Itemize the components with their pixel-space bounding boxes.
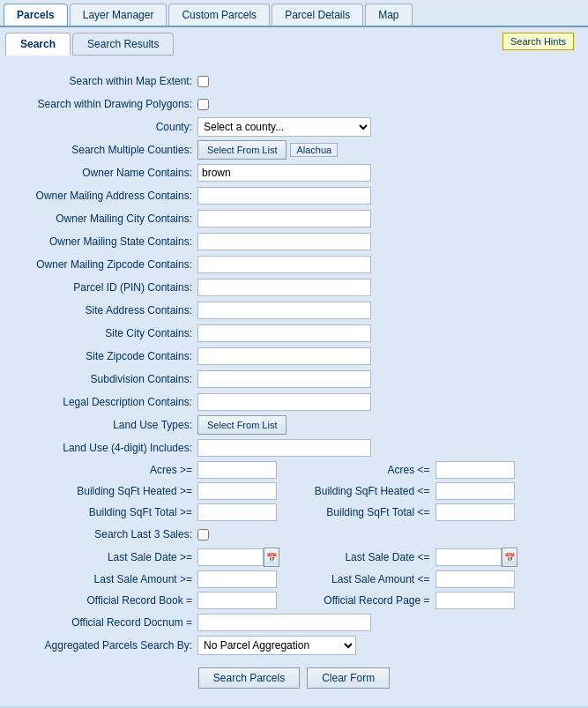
last-sale-amount-gte-label: Last Sale Amount >= [12,573,197,585]
bldg-heated-gte-input[interactable] [197,482,277,500]
search-multiple-counties-row: Search Multiple Counties: Select From Li… [12,140,576,160]
legal-description-label: Legal Description Contains: [12,396,197,408]
tab-parcel-details[interactable]: Parcel Details [272,4,363,26]
official-record-page-col: Official Record Page = [294,592,577,609]
bldg-total-lte-input[interactable] [435,503,515,521]
aggregated-parcels-label: Aggregated Parcels Search By: [12,639,197,652]
building-sqft-total-row: Building SqFt Total >= Building SqFt Tot… [12,503,576,521]
bldg-heated-lte-col: Building SqFt Heated <= [294,482,577,500]
land-use-4digit-row: Land Use (4-digit) Includes: [12,438,576,458]
subdivision-label: Subdivision Contains: [12,373,197,385]
search-last-3-sales-label: Search Last 3 Sales: [12,528,197,540]
search-form: Search within Map Extent: Search within … [5,68,583,697]
search-hints-button[interactable]: Search Hints [502,33,574,50]
parcel-id-input[interactable] [197,279,371,296]
top-tab-bar: Parcels Layer Manager Custom Parcels Par… [0,0,588,27]
bldg-heated-lte-input[interactable] [435,482,515,500]
bldg-total-gte-input[interactable] [197,503,277,521]
search-within-map-extent-row: Search within Map Extent: [12,71,576,91]
search-map-extent-label: Search within Map Extent: [12,75,197,87]
official-record-book-col: Official Record Book = [12,592,294,609]
acres-gte-input[interactable] [197,461,277,479]
bldg-total-gte-col: Building SqFt Total >= [12,503,294,521]
official-record-page-input[interactable] [435,592,515,609]
tab-custom-parcels[interactable]: Custom Parcels [168,4,270,26]
legal-description-input[interactable] [197,393,371,411]
last-sale-date-lte-input[interactable] [435,548,502,566]
bldg-heated-lte-label: Building SqFt Heated <= [294,485,435,497]
owner-mailing-state-row: Owner Mailing State Contains: [12,232,576,251]
tab-parcels[interactable]: Parcels [4,4,68,26]
owner-mailing-address-label: Owner Mailing Address Contains: [12,190,197,202]
legal-description-row: Legal Description Contains: [12,392,576,412]
site-zipcode-row: Site Zipcode Contains: [12,347,576,366]
official-record-book-input[interactable] [197,592,277,609]
owner-mailing-city-label: Owner Mailing City Contains: [12,212,197,225]
bldg-total-gte-label: Building SqFt Total >= [12,506,197,518]
tab-layer-manager[interactable]: Layer Manager [70,4,167,26]
aggregated-parcels-select[interactable]: No Parcel Aggregation Owner Name Subdivi… [197,636,356,655]
clear-form-button[interactable]: Clear Form [307,667,390,689]
building-sqft-heated-row: Building SqFt Heated >= Building SqFt He… [12,482,576,500]
acres-gte-col: Acres >= [12,461,294,479]
site-address-input[interactable] [197,302,371,319]
site-address-row: Site Address Contains: [12,301,576,320]
search-drawing-polygons-checkbox[interactable] [197,99,209,110]
bldg-heated-gte-label: Building SqFt Heated >= [12,485,197,497]
aggregated-parcels-row: Aggregated Parcels Search By: No Parcel … [12,636,576,655]
parcel-id-label: Parcel ID (PIN) Contains: [12,281,197,294]
select-from-list-counties-button[interactable]: Select From List [197,140,287,160]
site-address-label: Site Address Contains: [12,304,197,317]
last-sale-date-gte-input[interactable] [197,548,264,566]
sub-tab-search[interactable]: Search [5,33,71,56]
acres-lte-input[interactable] [435,461,515,479]
last-sale-date-gte-calendar-button[interactable]: 📅 [264,548,279,567]
tab-map[interactable]: Map [365,4,412,26]
last-sale-date-lte-calendar-button[interactable]: 📅 [502,548,517,567]
owner-mailing-address-row: Owner Mailing Address Contains: [12,186,576,205]
county-row: County: Select a county... [12,117,576,137]
site-zipcode-input[interactable] [197,347,371,365]
official-record-docnum-label: Official Record Docnum = [12,616,197,629]
owner-mailing-city-input[interactable] [197,210,371,227]
last-sale-date-gte-label: Last Sale Date >= [12,551,197,563]
owner-mailing-address-input[interactable] [197,187,371,205]
sub-tab-search-results[interactable]: Search Results [72,33,174,56]
last-sale-amount-lte-label: Last Sale Amount <= [294,573,435,585]
owner-name-label: Owner Name Contains: [12,167,197,179]
acres-lte-label: Acres <= [294,464,435,476]
subdivision-input[interactable] [197,370,371,388]
owner-mailing-zipcode-input[interactable] [197,256,371,273]
search-last-3-sales-checkbox[interactable] [197,529,209,540]
owner-name-row: Owner Name Contains: [12,163,576,183]
last-sale-amount-lte-input[interactable] [435,570,515,588]
last-sale-amount-gte-input[interactable] [197,570,277,588]
search-drawing-polygons-label: Search within Drawing Polygons: [12,98,197,110]
county-label: County: [12,121,197,133]
search-last-3-sales-row: Search Last 3 Sales: [12,525,576,544]
owner-name-input[interactable] [197,164,371,182]
site-zipcode-label: Site Zipcode Contains: [12,350,197,362]
county-select[interactable]: Select a county... [197,117,371,137]
land-use-4digit-label: Land Use (4-digit) Includes: [12,442,197,454]
site-city-row: Site City Contains: [12,324,576,343]
search-multiple-counties-label: Search Multiple Counties: [12,144,197,156]
bldg-total-lte-label: Building SqFt Total <= [294,506,435,518]
site-city-input[interactable] [197,324,371,342]
owner-mailing-city-row: Owner Mailing City Contains: [12,209,576,228]
search-within-drawing-polygons-row: Search within Drawing Polygons: [12,94,576,114]
official-record-docnum-input[interactable] [197,614,371,631]
search-parcels-button[interactable]: Search Parcels [198,667,300,689]
last-sale-date-lte-label: Last Sale Date <= [294,551,435,563]
land-use-types-row: Land Use Types: Select From List [12,415,576,435]
owner-mailing-zipcode-row: Owner Mailing Zipcode Contains: [12,255,576,274]
official-record-book-page-row: Official Record Book = Official Record P… [12,592,576,609]
search-map-extent-checkbox[interactable] [197,76,209,87]
owner-mailing-zipcode-label: Owner Mailing Zipcode Contains: [12,258,197,271]
land-use-4digit-input[interactable] [197,439,371,457]
bldg-heated-gte-col: Building SqFt Heated >= [12,482,294,500]
owner-mailing-state-input[interactable] [197,233,371,250]
land-use-types-label: Land Use Types: [12,419,197,431]
select-from-list-land-use-button[interactable]: Select From List [197,415,287,435]
acres-gte-label: Acres >= [12,464,197,476]
